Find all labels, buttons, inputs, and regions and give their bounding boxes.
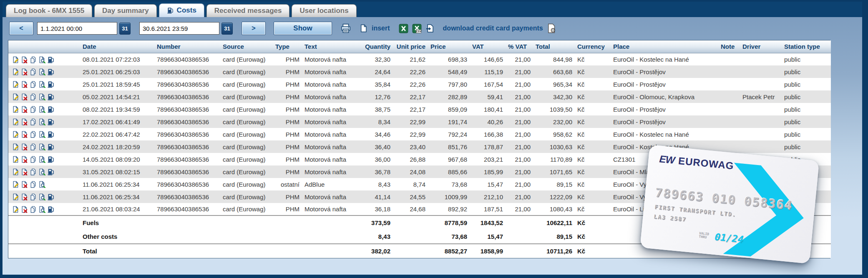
column-header-currency[interactable]: Currency (575, 40, 611, 53)
column-header-quantity[interactable]: Quantity (359, 40, 393, 53)
tab-user-locations[interactable]: User locations (292, 4, 356, 17)
copy-record-icon[interactable] (30, 118, 37, 125)
table-row[interactable]: 22.02.2021 06:47:42789663040386536card (… (8, 128, 831, 140)
export-csv-icon[interactable]: CSV (412, 24, 422, 33)
fuel-record-icon[interactable] (47, 193, 54, 200)
column-header-place[interactable]: Place (611, 40, 718, 53)
record-detail-icon[interactable] (38, 156, 45, 163)
copy-record-icon[interactable] (30, 193, 37, 200)
edit-record-icon[interactable] (12, 193, 19, 200)
date-to-input[interactable] (139, 22, 219, 35)
prev-period-button[interactable]: < (9, 22, 33, 35)
fuel-record-icon[interactable] (47, 56, 54, 63)
column-header-type[interactable]: Type (273, 40, 302, 53)
report-settings-icon[interactable]: ⚙ (547, 23, 557, 34)
calendar-from-icon[interactable]: 31 (119, 23, 131, 35)
fuel-record-icon[interactable] (47, 81, 54, 88)
tab-received-messages[interactable]: Received messages (206, 4, 290, 17)
copy-record-icon[interactable] (30, 68, 37, 75)
fuel-record-icon[interactable] (47, 156, 54, 163)
edit-record-icon[interactable] (12, 156, 19, 163)
download-credit-card-payments-link[interactable]: download credit card payments (443, 25, 543, 32)
copy-record-icon[interactable] (30, 131, 37, 138)
copy-record-icon[interactable] (30, 156, 37, 163)
edit-record-icon[interactable] (12, 81, 19, 88)
column-header-vat[interactable]: VAT (470, 40, 506, 53)
date-from-input[interactable] (37, 22, 117, 35)
insert-link[interactable]: insert (372, 25, 390, 32)
column-header-note[interactable]: Note (718, 40, 740, 53)
copy-record-icon[interactable] (30, 93, 37, 100)
record-detail-icon[interactable] (38, 143, 45, 150)
import-icon[interactable] (425, 24, 434, 33)
column-header-text[interactable]: Text (302, 40, 359, 53)
table-row[interactable]: 08.02.2021 19:34:59789663040386536card (… (8, 103, 831, 115)
edit-record-icon[interactable] (12, 206, 19, 213)
edit-record-icon[interactable] (12, 93, 19, 100)
copy-record-icon[interactable] (30, 81, 37, 88)
delete-record-icon[interactable] (21, 118, 28, 125)
record-detail-icon[interactable] (38, 93, 45, 100)
edit-record-icon[interactable] (12, 168, 19, 175)
fuel-record-icon[interactable] (47, 131, 54, 138)
delete-record-icon[interactable] (21, 181, 28, 188)
tab-costs[interactable]: Costs (159, 3, 204, 17)
record-detail-icon[interactable] (38, 131, 45, 138)
calendar-to-icon[interactable]: 31 (221, 23, 233, 35)
record-detail-icon[interactable] (38, 56, 45, 63)
column-header-date[interactable]: Date (62, 40, 154, 53)
delete-record-icon[interactable] (21, 143, 28, 150)
next-period-button[interactable]: > (242, 22, 266, 35)
new-record-icon[interactable] (360, 24, 368, 33)
table-row[interactable]: 08.01.2021 07:22:03789663040386536card (… (8, 53, 831, 65)
record-detail-icon[interactable] (38, 193, 45, 200)
delete-record-icon[interactable] (21, 131, 28, 138)
column-header-driver[interactable]: Driver (740, 40, 782, 53)
edit-record-icon[interactable] (12, 68, 19, 75)
delete-record-icon[interactable] (21, 106, 28, 113)
column-header-price[interactable]: Price (428, 40, 470, 53)
edit-record-icon[interactable] (12, 131, 19, 138)
table-row[interactable]: 25.01.2021 06:25:03789663040386536card (… (8, 65, 831, 78)
delete-record-icon[interactable] (21, 156, 28, 163)
delete-record-icon[interactable] (21, 68, 28, 75)
copy-record-icon[interactable] (30, 143, 37, 150)
delete-record-icon[interactable] (21, 93, 28, 100)
record-detail-icon[interactable] (38, 81, 45, 88)
copy-record-icon[interactable] (30, 168, 37, 175)
delete-record-icon[interactable] (21, 56, 28, 63)
edit-record-icon[interactable] (12, 143, 19, 150)
record-detail-icon[interactable] (38, 106, 45, 113)
copy-record-icon[interactable] (30, 56, 37, 63)
column-header-total[interactable]: Total (533, 40, 575, 53)
record-detail-icon[interactable] (38, 206, 45, 213)
fuel-record-icon[interactable] (47, 93, 54, 100)
delete-record-icon[interactable] (21, 193, 28, 200)
table-row[interactable]: 25.01.2021 18:59:45789663040386536card (… (8, 78, 831, 90)
table-row[interactable]: 05.02.2021 14:54:21789663040386536card (… (8, 90, 831, 103)
fuel-record-icon[interactable] (47, 168, 54, 175)
delete-record-icon[interactable] (21, 168, 28, 175)
fuel-record-icon[interactable] (47, 206, 54, 213)
record-detail-icon[interactable] (38, 118, 45, 125)
column-header-number[interactable]: Number (154, 40, 220, 53)
column-header--vat[interactable]: % VAT (506, 40, 533, 53)
export-excel-icon[interactable] (399, 24, 408, 33)
copy-record-icon[interactable] (30, 181, 37, 188)
fuel-record-icon[interactable] (47, 118, 54, 125)
column-header-unit-price[interactable]: Unit price (393, 40, 428, 53)
fuel-record-icon[interactable] (47, 143, 54, 150)
edit-record-icon[interactable] (12, 118, 19, 125)
edit-record-icon[interactable] (12, 181, 19, 188)
record-detail-icon[interactable] (38, 181, 45, 188)
column-header-station-type[interactable]: Station type (782, 40, 831, 53)
print-icon[interactable] (341, 23, 351, 33)
tab-log-book[interactable]: Log book - 6MX 1555 (6, 4, 92, 17)
table-row[interactable]: 17.02.2021 06:41:49789663040386536card (… (8, 115, 831, 128)
edit-record-icon[interactable] (12, 56, 19, 63)
show-button[interactable]: Show (274, 22, 332, 35)
record-detail-icon[interactable] (38, 168, 45, 175)
record-detail-icon[interactable] (38, 68, 45, 75)
tab-day-summary[interactable]: Day summary (94, 4, 157, 17)
copy-record-icon[interactable] (30, 206, 37, 213)
